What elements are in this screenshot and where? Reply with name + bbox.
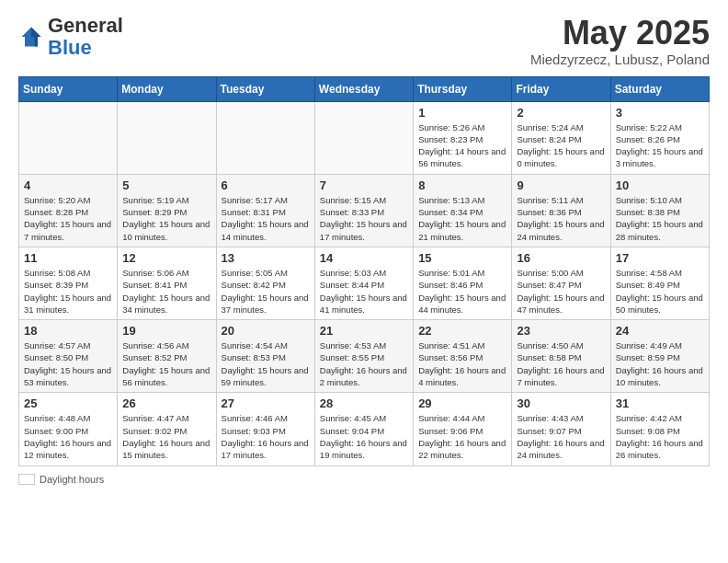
day-cell: 15Sunrise: 5:01 AM Sunset: 8:46 PM Dayli… [414,247,512,319]
day-number: 1 [418,106,506,120]
day-cell: 21Sunrise: 4:53 AM Sunset: 8:55 PM Dayli… [314,320,413,393]
day-cell: 26Sunrise: 4:47 AM Sunset: 9:02 PM Dayli… [118,393,216,465]
day-info: Sunrise: 4:46 AM Sunset: 9:03 PM Dayligh… [222,412,310,461]
day-info: Sunrise: 5:26 AM Sunset: 8:23 PM Dayligh… [418,121,506,170]
day-cell: 31Sunrise: 4:42 AM Sunset: 9:08 PM Dayli… [610,393,709,465]
day-cell [118,101,216,174]
day-cell [216,101,314,174]
day-info: Sunrise: 4:54 AM Sunset: 8:53 PM Dayligh… [222,339,310,388]
page: General Blue May 2025 Miedzyrzecz, Lubus… [0,0,728,494]
legend-box [18,474,35,485]
day-number: 14 [320,251,408,265]
day-number: 17 [616,251,704,265]
day-number: 31 [616,396,704,410]
day-number: 11 [24,251,112,265]
day-number: 4 [24,178,112,192]
header: General Blue May 2025 Miedzyrzecz, Lubus… [18,15,710,67]
day-info: Sunrise: 5:22 AM Sunset: 8:26 PM Dayligh… [616,121,704,170]
day-number: 21 [320,324,408,338]
day-cell: 4Sunrise: 5:20 AM Sunset: 8:28 PM Daylig… [19,174,118,247]
day-info: Sunrise: 5:08 AM Sunset: 8:39 PM Dayligh… [24,267,112,316]
day-number: 27 [222,396,310,410]
day-number: 12 [122,251,210,265]
day-number: 25 [24,396,112,410]
day-cell: 8Sunrise: 5:13 AM Sunset: 8:34 PM Daylig… [414,174,512,247]
day-number: 18 [24,324,112,338]
day-info: Sunrise: 5:13 AM Sunset: 8:34 PM Dayligh… [418,194,506,243]
day-number: 24 [616,324,704,338]
col-saturday: Saturday [610,76,709,101]
day-info: Sunrise: 4:53 AM Sunset: 8:55 PM Dayligh… [320,339,408,388]
legend: Daylight hours [18,474,710,485]
day-cell: 12Sunrise: 5:06 AM Sunset: 8:41 PM Dayli… [118,247,216,319]
day-number: 23 [517,324,605,338]
week-row-3: 18Sunrise: 4:57 AM Sunset: 8:50 PM Dayli… [19,320,710,393]
day-cell: 23Sunrise: 4:50 AM Sunset: 8:58 PM Dayli… [512,320,610,393]
day-info: Sunrise: 4:50 AM Sunset: 8:58 PM Dayligh… [517,339,605,388]
day-cell: 5Sunrise: 5:19 AM Sunset: 8:29 PM Daylig… [118,174,216,247]
day-info: Sunrise: 5:24 AM Sunset: 8:24 PM Dayligh… [517,121,605,170]
day-cell: 3Sunrise: 5:22 AM Sunset: 8:26 PM Daylig… [610,101,709,174]
day-number: 9 [517,178,605,192]
day-number: 29 [418,396,506,410]
day-cell: 6Sunrise: 5:17 AM Sunset: 8:31 PM Daylig… [216,174,314,247]
day-number: 22 [418,324,506,338]
col-friday: Friday [512,76,610,101]
day-number: 19 [122,324,210,338]
day-cell: 29Sunrise: 4:44 AM Sunset: 9:06 PM Dayli… [414,393,512,465]
day-number: 30 [517,396,605,410]
day-cell: 9Sunrise: 5:11 AM Sunset: 8:36 PM Daylig… [512,174,610,247]
logo: General Blue [18,15,123,59]
col-sunday: Sunday [19,76,118,101]
day-cell: 18Sunrise: 4:57 AM Sunset: 8:50 PM Dayli… [19,320,118,393]
day-info: Sunrise: 5:11 AM Sunset: 8:36 PM Dayligh… [517,194,605,243]
week-row-1: 4Sunrise: 5:20 AM Sunset: 8:28 PM Daylig… [19,174,710,247]
calendar-table: Sunday Monday Tuesday Wednesday Thursday… [18,76,710,466]
legend-label: Daylight hours [40,474,104,485]
header-row: Sunday Monday Tuesday Wednesday Thursday… [19,76,710,101]
day-cell [19,101,118,174]
day-info: Sunrise: 5:19 AM Sunset: 8:29 PM Dayligh… [122,194,210,243]
day-number: 6 [222,178,310,192]
day-number: 28 [320,396,408,410]
day-cell: 7Sunrise: 5:15 AM Sunset: 8:33 PM Daylig… [314,174,413,247]
day-number: 16 [517,251,605,265]
day-number: 15 [418,251,506,265]
day-info: Sunrise: 5:05 AM Sunset: 8:42 PM Dayligh… [222,267,310,316]
logo-text: General Blue [48,15,123,59]
day-info: Sunrise: 4:49 AM Sunset: 8:59 PM Dayligh… [616,339,704,388]
day-cell: 13Sunrise: 5:05 AM Sunset: 8:42 PM Dayli… [216,247,314,319]
col-monday: Monday [118,76,216,101]
day-number: 7 [320,178,408,192]
day-info: Sunrise: 5:06 AM Sunset: 8:41 PM Dayligh… [122,267,210,316]
day-number: 2 [517,106,605,120]
day-cell: 22Sunrise: 4:51 AM Sunset: 8:56 PM Dayli… [414,320,512,393]
day-info: Sunrise: 4:42 AM Sunset: 9:08 PM Dayligh… [616,412,704,461]
col-wednesday: Wednesday [314,76,413,101]
day-info: Sunrise: 5:15 AM Sunset: 8:33 PM Dayligh… [320,194,408,243]
day-cell: 20Sunrise: 4:54 AM Sunset: 8:53 PM Dayli… [216,320,314,393]
logo-icon [18,24,44,50]
day-info: Sunrise: 4:45 AM Sunset: 9:04 PM Dayligh… [320,412,408,461]
day-cell: 24Sunrise: 4:49 AM Sunset: 8:59 PM Dayli… [610,320,709,393]
col-tuesday: Tuesday [216,76,314,101]
logo-general: General [48,14,123,37]
day-cell: 17Sunrise: 4:58 AM Sunset: 8:49 PM Dayli… [610,247,709,319]
day-info: Sunrise: 5:03 AM Sunset: 8:44 PM Dayligh… [320,267,408,316]
logo-blue: Blue [48,36,92,59]
day-info: Sunrise: 4:57 AM Sunset: 8:50 PM Dayligh… [24,339,112,388]
day-info: Sunrise: 4:43 AM Sunset: 9:07 PM Dayligh… [517,412,605,461]
week-row-2: 11Sunrise: 5:08 AM Sunset: 8:39 PM Dayli… [19,247,710,319]
day-cell [314,101,413,174]
day-cell: 11Sunrise: 5:08 AM Sunset: 8:39 PM Dayli… [19,247,118,319]
day-info: Sunrise: 4:58 AM Sunset: 8:49 PM Dayligh… [616,267,704,316]
day-number: 3 [616,106,704,120]
day-cell: 28Sunrise: 4:45 AM Sunset: 9:04 PM Dayli… [314,393,413,465]
day-info: Sunrise: 4:56 AM Sunset: 8:52 PM Dayligh… [122,339,210,388]
week-row-4: 25Sunrise: 4:48 AM Sunset: 9:00 PM Dayli… [19,393,710,465]
day-cell: 10Sunrise: 5:10 AM Sunset: 8:38 PM Dayli… [610,174,709,247]
week-row-0: 1Sunrise: 5:26 AM Sunset: 8:23 PM Daylig… [19,101,710,174]
day-cell: 27Sunrise: 4:46 AM Sunset: 9:03 PM Dayli… [216,393,314,465]
day-cell: 19Sunrise: 4:56 AM Sunset: 8:52 PM Dayli… [118,320,216,393]
day-cell: 2Sunrise: 5:24 AM Sunset: 8:24 PM Daylig… [512,101,610,174]
